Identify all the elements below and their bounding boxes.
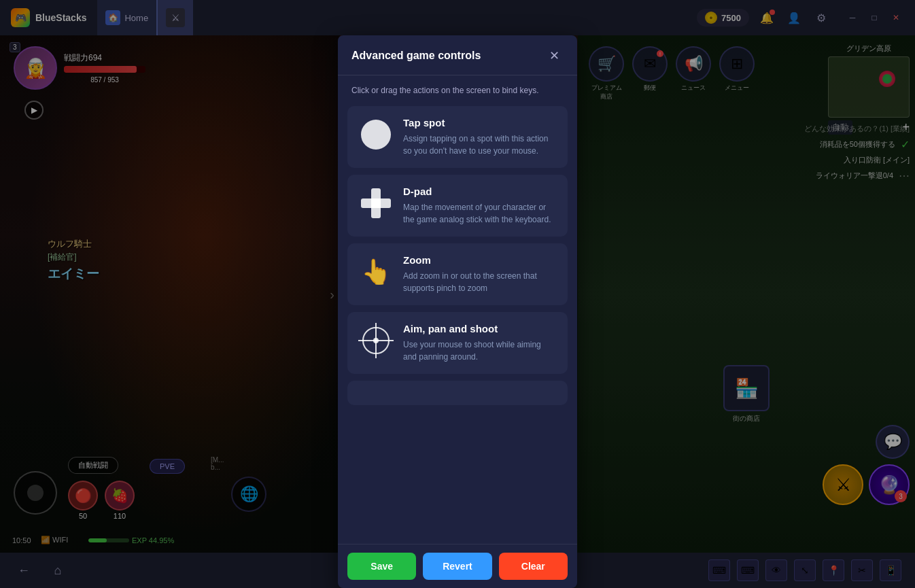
modal-body: Tap spot Assign tapping on a spot with t… (338, 106, 577, 544)
modal-footer: Save Revert Clear (338, 544, 577, 588)
zoom-content: Zoom Add zoom in or out to the screen th… (403, 254, 557, 294)
zoom-title: Zoom (403, 254, 557, 266)
zoom-icon: 👆 (361, 260, 392, 284)
tap-spot-content: Tap spot Assign tapping on a spot with t… (403, 117, 557, 157)
tap-spot-icon (361, 120, 391, 150)
dpad-card[interactable]: D-pad Map the movement of your character… (347, 175, 568, 237)
zoom-card[interactable]: 👆 Zoom Add zoom in or out to the screen … (347, 243, 568, 305)
zoom-description: Add zoom in or out to the screen that su… (403, 270, 557, 294)
aim-icon (361, 326, 391, 356)
aim-content: Aim, pan and shoot Use your mouse to sho… (403, 323, 557, 363)
save-button[interactable]: Save (347, 553, 416, 580)
zoom-icon-container: 👆 (358, 254, 394, 290)
modal-subtitle: Click or drag the actions on the screen … (338, 75, 577, 106)
advanced-controls-modal: Advanced game controls ✕ Click or drag t… (338, 35, 577, 588)
modal-title: Advanced game controls (351, 50, 481, 62)
partial-card (347, 381, 568, 405)
clear-button[interactable]: Clear (499, 553, 568, 580)
dpad-title: D-pad (403, 186, 557, 197)
dpad-content: D-pad Map the movement of your character… (403, 186, 557, 226)
revert-button[interactable]: Revert (423, 553, 491, 580)
tap-spot-card[interactable]: Tap spot Assign tapping on a spot with t… (347, 106, 568, 168)
aim-description: Use your mouse to shoot while aiming and… (403, 339, 557, 363)
modal-header: Advanced game controls ✕ (338, 35, 577, 75)
tap-spot-description: Assign tapping on a spot with this actio… (403, 133, 557, 157)
dpad-icon-container (358, 186, 394, 221)
dpad-icon (361, 188, 391, 218)
aim-title: Aim, pan and shoot (403, 323, 557, 334)
tap-spot-title: Tap spot (403, 117, 557, 128)
modal-close-button[interactable]: ✕ (545, 46, 564, 65)
aim-card[interactable]: Aim, pan and shoot Use your mouse to sho… (347, 312, 568, 374)
tap-spot-icon-container (358, 117, 394, 152)
aim-icon-container (358, 323, 394, 358)
dpad-description: Map the movement of your character or th… (403, 201, 557, 226)
